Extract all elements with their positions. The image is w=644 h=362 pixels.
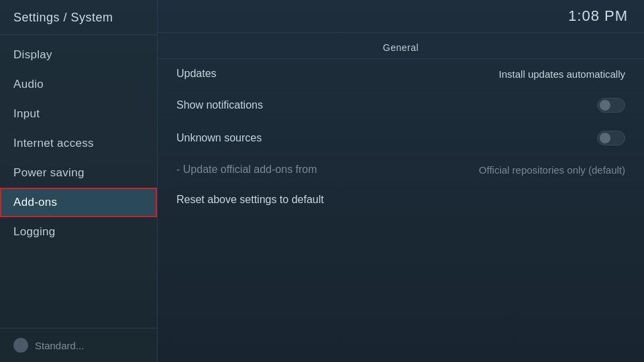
- sidebar-nav: DisplayAudioInputInternet accessPower sa…: [0, 35, 157, 328]
- setting-label-unknown-sources: Unknown sources: [176, 132, 262, 144]
- sidebar-item-add-ons[interactable]: Add-ons: [0, 188, 157, 217]
- toggle-unknown-sources[interactable]: [597, 131, 625, 145]
- app-container: Settings / System DisplayAudioInputInter…: [0, 0, 644, 362]
- setting-value-updates: Install updates automatically: [499, 68, 625, 80]
- setting-row-update-addons-from[interactable]: - Update official add-ons fromOfficial r…: [158, 155, 644, 185]
- setting-row-show-notifications[interactable]: Show notifications: [158, 89, 644, 122]
- reset-label: Reset above settings to default: [176, 194, 324, 205]
- page-title: Settings / System: [0, 0, 157, 35]
- setting-label-update-addons-from: - Update official add-ons from: [176, 164, 317, 176]
- settings-list: UpdatesInstall updates automaticallyShow…: [158, 59, 644, 185]
- setting-row-unknown-sources[interactable]: Unknown sources: [158, 122, 644, 155]
- sidebar-footer-label: Standard...: [35, 340, 84, 351]
- settings-area: General UpdatesInstall updates automatic…: [158, 32, 644, 362]
- setting-value-update-addons-from: Official repositories only (default): [479, 164, 625, 176]
- main-content: 1:08 PM General UpdatesInstall updates a…: [158, 0, 644, 362]
- settings-gear-icon: [13, 338, 28, 353]
- sidebar: Settings / System DisplayAudioInputInter…: [0, 0, 158, 362]
- setting-label-updates: Updates: [176, 68, 217, 80]
- sidebar-item-power-saving[interactable]: Power saving: [0, 158, 157, 188]
- sidebar-item-input[interactable]: Input: [0, 99, 157, 129]
- toggle-show-notifications[interactable]: [597, 98, 625, 113]
- sidebar-item-internet-access[interactable]: Internet access: [0, 129, 157, 158]
- sidebar-item-display[interactable]: Display: [0, 40, 157, 70]
- sidebar-footer[interactable]: Standard...: [0, 328, 157, 362]
- sidebar-item-logging[interactable]: Logging: [0, 217, 157, 247]
- sidebar-item-audio[interactable]: Audio: [0, 70, 157, 99]
- setting-row-updates[interactable]: UpdatesInstall updates automatically: [158, 59, 644, 89]
- clock-display: 1:08 PM: [568, 7, 628, 25]
- reset-row[interactable]: Reset above settings to default: [158, 185, 644, 215]
- setting-label-show-notifications: Show notifications: [176, 99, 263, 111]
- section-header: General: [158, 36, 644, 59]
- top-bar: 1:08 PM: [158, 0, 644, 32]
